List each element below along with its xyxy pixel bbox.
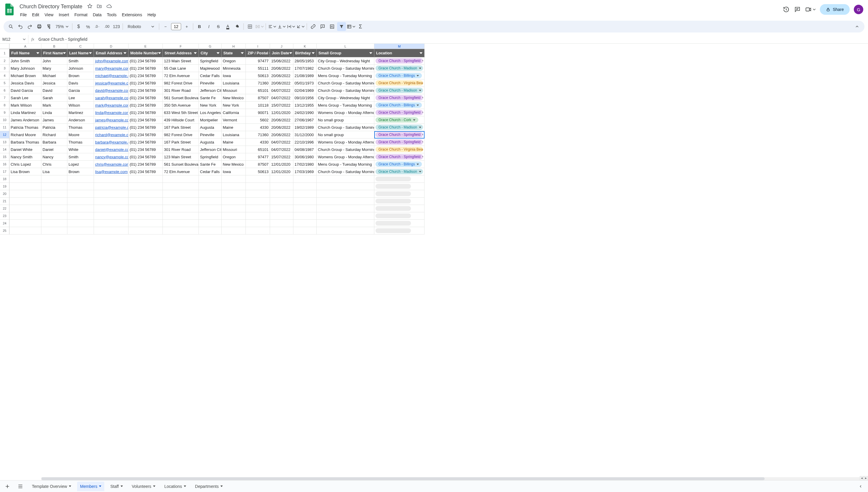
cell[interactable]: [317, 175, 374, 183]
location-chip[interactable]: Grace Church - Springfield: [376, 140, 423, 145]
cell[interactable]: 20/06/2022: [270, 65, 293, 72]
cell[interactable]: 87507: [246, 161, 270, 168]
column-header-cell[interactable]: Birthday: [293, 49, 317, 57]
comment-icon[interactable]: [318, 22, 327, 31]
cell[interactable]: (01) 234 56789: [128, 131, 163, 139]
cell[interactable]: Sante Fe: [199, 94, 222, 102]
menu-tools[interactable]: Tools: [104, 11, 119, 18]
cell[interactable]: City Group - Wednesday Night: [317, 57, 374, 65]
cell[interactable]: 72 Elm Avenue: [163, 72, 199, 79]
column-header-cell[interactable]: Last Name: [67, 49, 94, 57]
cell[interactable]: 30/06/1980: [293, 153, 317, 161]
decrease-font-icon[interactable]: −: [161, 22, 170, 31]
cell[interactable]: [128, 198, 163, 205]
cell[interactable]: 31/12/2000: [293, 131, 317, 139]
cell[interactable]: Linda: [41, 109, 67, 116]
row-header[interactable]: 10: [0, 116, 9, 124]
row-header[interactable]: 4: [0, 72, 9, 79]
cell[interactable]: [94, 220, 128, 227]
cell[interactable]: Grace Church - Cork: [374, 116, 425, 124]
empty-chip-placeholder[interactable]: [376, 206, 411, 211]
cell[interactable]: 633 West 5th Street: [163, 109, 199, 116]
cell[interactable]: (01) 234 56789: [128, 57, 163, 65]
empty-chip-placeholder[interactable]: [376, 191, 411, 196]
cell[interactable]: New Mexico: [222, 94, 246, 102]
cell[interactable]: (01) 234 56789: [128, 87, 163, 94]
cell[interactable]: Brown: [67, 72, 94, 79]
cell[interactable]: [67, 198, 94, 205]
cell[interactable]: Richard: [41, 131, 67, 139]
link-icon[interactable]: [309, 22, 318, 31]
cell[interactable]: Michael Brown: [9, 72, 41, 79]
row-header[interactable]: 15: [0, 153, 9, 161]
cell[interactable]: Grace Church - Springfield: [374, 139, 425, 146]
column-header-cell[interactable]: City: [199, 49, 222, 57]
row-header[interactable]: 13: [0, 139, 9, 146]
cell[interactable]: [9, 190, 41, 198]
cell[interactable]: Louisiana: [222, 131, 246, 139]
cell[interactable]: [163, 183, 199, 190]
cell[interactable]: Wilson: [67, 102, 94, 109]
cell[interactable]: [317, 183, 374, 190]
column-header-cell[interactable]: State: [222, 49, 246, 57]
cell[interactable]: Grace Church - Springfield: [374, 131, 425, 139]
cell[interactable]: [199, 175, 222, 183]
cell[interactable]: Lisa Brown: [9, 168, 41, 175]
row-header[interactable]: 25: [0, 227, 9, 235]
cell[interactable]: [67, 175, 94, 183]
sheet-tab[interactable]: Template Overview: [29, 482, 74, 491]
cell[interactable]: 71360: [246, 79, 270, 87]
cell[interactable]: 17/07/1982: [293, 65, 317, 72]
cell[interactable]: Grace Church - Billings: [374, 72, 425, 79]
more-formats-icon[interactable]: 123: [112, 22, 121, 31]
cell[interactable]: (01) 234 56789: [128, 94, 163, 102]
cell[interactable]: [222, 212, 246, 220]
cell[interactable]: [293, 175, 317, 183]
cell[interactable]: Grace Church - Madison: [374, 65, 425, 72]
cell[interactable]: [317, 227, 374, 235]
cell[interactable]: 15/07/2022: [270, 102, 293, 109]
percent-icon[interactable]: %: [83, 22, 93, 31]
row-header[interactable]: 2: [0, 57, 9, 65]
cell[interactable]: 10118: [246, 102, 270, 109]
row-header[interactable]: 1: [0, 49, 9, 57]
cell[interactable]: David Garcia: [9, 87, 41, 94]
cell[interactable]: [293, 190, 317, 198]
increase-decimal-icon[interactable]: .00: [102, 22, 112, 31]
cell[interactable]: (01) 234 56789: [128, 153, 163, 161]
cell[interactable]: [163, 227, 199, 235]
cell[interactable]: 72 Elm Avenue: [163, 168, 199, 175]
cell[interactable]: Womens Group - Monday Afternoon: [317, 153, 374, 161]
move-folder-icon[interactable]: [97, 3, 102, 9]
empty-chip-placeholder[interactable]: [376, 184, 411, 189]
cell[interactable]: Mary: [41, 65, 67, 72]
location-chip[interactable]: Grace Church - Springfield: [376, 110, 423, 115]
cell[interactable]: Iowa: [222, 168, 246, 175]
cell[interactable]: Grace Church - Madison: [374, 124, 425, 131]
cell[interactable]: Daniel: [41, 146, 67, 153]
valign-icon[interactable]: [277, 22, 286, 31]
cell[interactable]: [94, 175, 128, 183]
cell[interactable]: [374, 175, 425, 183]
decrease-decimal-icon[interactable]: .0←: [93, 22, 102, 31]
cell[interactable]: [199, 220, 222, 227]
functions-icon[interactable]: Σ: [356, 22, 365, 31]
cell[interactable]: 04/07/2022: [270, 87, 293, 94]
cell[interactable]: [293, 227, 317, 235]
strike-icon[interactable]: S: [214, 22, 223, 31]
column-header-cell[interactable]: Mobile Number: [128, 49, 163, 57]
cell[interactable]: michael@example.com: [94, 72, 128, 79]
cell[interactable]: Minnesota: [222, 65, 246, 72]
chevron-down-icon[interactable]: [121, 486, 123, 487]
cell[interactable]: 97477: [246, 153, 270, 161]
col-header-B[interactable]: B: [41, 44, 67, 49]
cell[interactable]: 20/06/2022: [270, 131, 293, 139]
cell[interactable]: nancy@example.com: [94, 153, 128, 161]
cell[interactable]: James: [41, 116, 67, 124]
cell[interactable]: [246, 227, 270, 235]
cell[interactable]: [128, 183, 163, 190]
location-chip[interactable]: Grace Church - Madison: [376, 88, 423, 93]
cell[interactable]: [317, 198, 374, 205]
row-header[interactable]: 3: [0, 65, 9, 72]
cell[interactable]: Michael: [41, 72, 67, 79]
